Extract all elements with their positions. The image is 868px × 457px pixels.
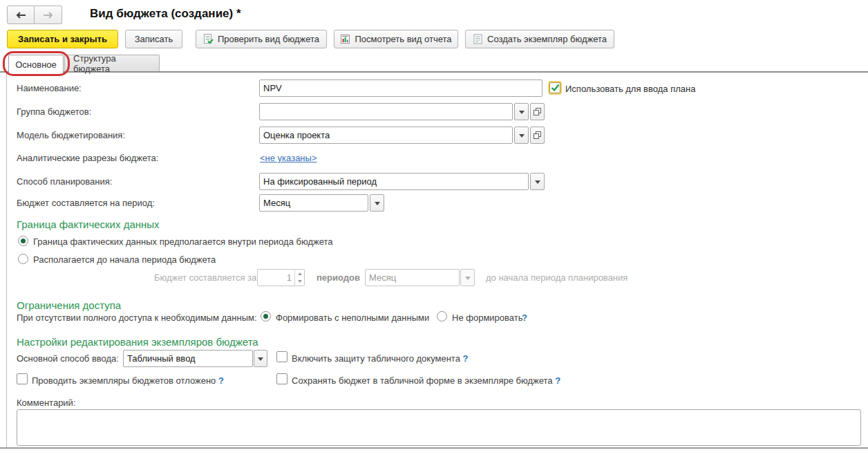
fact-boundary-section-title: Граница фактических данных (17, 218, 160, 230)
boundary-inside-radio[interactable] (18, 236, 28, 246)
post-deferred-label: Проводить экземпляры бюджетов отложено ? (32, 375, 224, 386)
planning-method-label: Способ планирования: (17, 176, 112, 187)
boundary-inside-label: Граница фактических данных предполагаетс… (33, 236, 333, 247)
offset-period-input[interactable] (365, 269, 460, 286)
protect-help-icon[interactable]: ? (463, 353, 469, 364)
edit-settings-section-title: Настройки редактирования экземпляров бюд… (17, 336, 258, 348)
budgeting-model-input[interactable] (259, 127, 513, 144)
create-budget-instance-button[interactable]: Создать экземпляр бюджета (465, 30, 614, 48)
budget-period-dropdown-button[interactable] (370, 194, 384, 212)
document-lines-icon (473, 34, 483, 44)
boundary-before-label: Располагается до начала периода бюджета (33, 254, 216, 265)
budget-group-input[interactable] (259, 103, 513, 120)
open-form-icon (533, 131, 542, 140)
save-tabular-help-icon[interactable]: ? (555, 375, 560, 386)
boundary-before-radio[interactable] (18, 254, 28, 264)
stepper-arrows[interactable] (294, 270, 304, 286)
protect-tabular-doc-label: Включить защиту табличного документа ? (292, 353, 468, 364)
do-not-form-label: Не формировать (452, 313, 522, 323)
protect-tabular-doc-checkbox[interactable] (276, 351, 287, 362)
save-tabular-form-text: Сохранять бюджет в табличной форме в экз… (292, 375, 553, 386)
chevron-down-icon (465, 277, 471, 283)
budget-group-open-button[interactable] (530, 103, 545, 120)
budget-period-input[interactable] (259, 194, 368, 212)
post-deferred-text: Проводить экземпляры бюджетов отложено (32, 375, 216, 386)
budgeting-model-label: Модель бюджетирования: (17, 130, 125, 140)
checkmark-icon (551, 84, 560, 92)
access-section-title: Ограничения доступа (17, 299, 121, 311)
access-question-label: При отсутствии полного доступа к необход… (17, 313, 257, 323)
tab-main[interactable]: Основное (8, 55, 64, 73)
panel-bottom-line (0, 447, 868, 449)
panel-left-border (6, 73, 7, 447)
access-help-icon[interactable]: ? (522, 313, 527, 323)
back-button[interactable] (7, 6, 35, 24)
offset-period-dropdown-button[interactable] (460, 269, 475, 286)
offset-units-label: периодов (317, 272, 360, 283)
chevron-down-icon (258, 357, 263, 364)
chevron-down-icon (519, 134, 525, 140)
budget-view-form-window: Вид бюджета (создание) * Записать и закр… (0, 0, 868, 457)
check-budget-view-button[interactable]: Проверить вид бюджета (196, 30, 327, 48)
open-form-icon (533, 107, 542, 116)
save-and-close-button[interactable]: Записать и закрыть (7, 30, 118, 48)
view-report-button[interactable]: Посмотреть вид отчета (334, 30, 458, 48)
offset-suffix-label: до начала периода планирования (486, 272, 628, 283)
analytical-sections-label: Аналитические разрезы бюджета: (17, 153, 158, 163)
main-input-method-label: Основной способ ввода: (17, 353, 119, 364)
check-budget-view-label: Проверить вид бюджета (218, 34, 319, 44)
budget-group-dropdown-button[interactable] (514, 103, 529, 120)
spin-up-icon (298, 270, 302, 275)
budgeting-model-dropdown-button[interactable] (514, 127, 529, 144)
forward-button[interactable] (35, 6, 62, 24)
offset-count-input[interactable] (258, 270, 294, 286)
use-for-plan-label: Использовать для ввода плана (565, 84, 695, 94)
planning-method-input[interactable] (259, 173, 529, 190)
planning-method-dropdown-button[interactable] (530, 173, 545, 190)
view-report-label: Посмотреть вид отчета (355, 34, 451, 44)
comment-textarea[interactable] (17, 409, 861, 446)
chevron-down-icon (535, 180, 540, 187)
arrow-right-icon (43, 12, 54, 19)
name-input[interactable] (259, 80, 542, 97)
do-not-form-radio[interactable] (437, 311, 447, 321)
report-chart-icon (340, 34, 350, 44)
history-nav-group (7, 6, 62, 24)
page-title: Вид бюджета (создание) * (90, 7, 241, 21)
arrow-left-icon (15, 12, 26, 19)
chevron-down-icon (519, 111, 525, 117)
post-deferred-checkbox[interactable] (17, 373, 28, 384)
name-label: Наименование: (17, 83, 82, 93)
budget-period-label: Бюджет составляется на период: (17, 198, 155, 208)
main-input-method-input[interactable] (123, 350, 253, 367)
budget-group-label: Группа бюджетов: (17, 106, 91, 117)
check-document-icon (203, 34, 214, 44)
offset-row-label: Бюджет составляется за: (154, 272, 259, 283)
save-tabular-form-checkbox[interactable] (276, 373, 287, 384)
analytical-sections-link[interactable]: <не указаны> (260, 153, 317, 163)
create-budget-instance-label: Создать экземпляр бюджета (487, 34, 607, 44)
main-input-method-dropdown-button[interactable] (254, 350, 267, 367)
form-with-partial-data-label: Формировать с неполными данными (276, 313, 429, 323)
save-tabular-form-label: Сохранять бюджет в табличной форме в экз… (292, 375, 560, 386)
tab-budget-structure[interactable]: Структура бюджета (64, 55, 160, 71)
use-for-plan-checkbox[interactable] (549, 82, 560, 93)
offset-count-stepper[interactable] (257, 269, 305, 286)
protect-tabular-doc-text: Включить защиту табличного документа (292, 353, 460, 364)
budgeting-model-open-button[interactable] (530, 127, 545, 144)
comment-label: Комментарий: (17, 398, 76, 408)
form-with-partial-data-radio[interactable] (261, 311, 271, 321)
post-deferred-help-icon[interactable]: ? (218, 375, 224, 386)
chevron-down-icon (375, 202, 380, 208)
spin-down-icon (298, 280, 302, 285)
save-button[interactable]: Записать (125, 30, 182, 48)
